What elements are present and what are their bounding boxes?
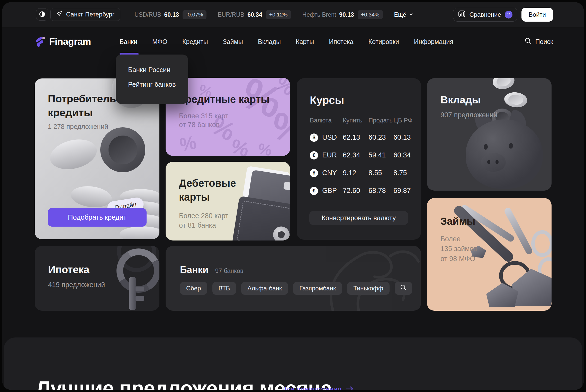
nav-item-zaimy[interactable]: Займы <box>223 38 243 46</box>
finagram-logo-icon <box>35 35 46 48</box>
nav-item-karty[interactable]: Карты <box>296 38 314 46</box>
location-button[interactable]: Санкт-Петербург <box>50 8 120 21</box>
nav-item-ipoteka[interactable]: Ипотека <box>329 38 353 46</box>
contrast-icon <box>39 11 46 18</box>
card-subtitle: 1 278 предложений <box>48 123 108 131</box>
navigation-arrow-icon <box>56 11 62 18</box>
more-tickers-button[interactable]: Ещё <box>394 11 413 18</box>
app-surface: Санкт-Петербург USD/RUB 60.13 -0.07% EUR… <box>2 2 584 390</box>
card-title: Займы <box>440 216 475 227</box>
banks-title: Банки <box>180 264 209 275</box>
usd-currency-icon: $ <box>310 133 318 142</box>
main-nav: Finagram Банки МФО Кредиты Займы Вклады … <box>2 27 584 56</box>
loans-card[interactable]: Займы Более 135 займов от 98 МФО <box>427 198 552 311</box>
rates-table-header: Валюта Купить Продать ЦБ РФ <box>310 117 413 124</box>
brand-logo[interactable]: Finagram <box>35 27 91 56</box>
dropdown-item-reiting-bankov[interactable]: Рейтинг банков <box>128 81 188 88</box>
top-right-actions: Сравнение 2 Войти <box>453 8 553 22</box>
card-title: Вклады <box>440 94 481 106</box>
convert-currency-button[interactable]: Конвертировать валюту <box>309 211 408 225</box>
compare-button[interactable]: Сравнение 2 <box>453 8 517 22</box>
bank-chip-tinkoff[interactable]: Тинькофф <box>347 282 389 295</box>
col-cbrf: ЦБ РФ <box>393 117 413 124</box>
all-offers-link[interactable]: Все предложения <box>282 385 353 390</box>
card-subtitle-line1: Более 315 карт <box>179 112 228 120</box>
card-subtitle: Более 135 займов от 98 МФО <box>440 234 477 264</box>
card-title: Дебетовые карты <box>179 176 236 204</box>
debit-cards-card[interactable]: Дебетовые карты Более 280 карт от 81 бан… <box>166 162 290 240</box>
card-subtitle: Более 280 карт от 81 банка <box>179 211 228 230</box>
card-subtitle: 907 предложений <box>440 111 497 119</box>
card-subtitle: 419 предложений <box>48 281 105 289</box>
col-buy: Купить <box>343 117 368 124</box>
arrow-right-icon <box>346 385 353 390</box>
mortgage-card[interactable]: Ипотека 419 предложений <box>35 246 159 311</box>
nav-item-mfo[interactable]: МФО <box>152 38 167 46</box>
key-illustration <box>112 246 158 311</box>
col-currency: Валюта <box>310 117 343 124</box>
rates-row-usd: $USD 62.13 60.23 60.13 <box>310 129 413 146</box>
bank-chip-gazprombank[interactable]: Газпромбанк <box>293 282 342 295</box>
bank-chip-vtb[interactable]: ВТБ <box>212 282 236 295</box>
bank-chips: Сбер ВТБ Альфа-банк Газпромбанк Тинькофф <box>180 282 412 295</box>
banks-dropdown-menu: Банки России Рейтинг банков <box>116 55 188 104</box>
crest-watermark <box>226 246 421 311</box>
login-button[interactable]: Войти <box>521 8 553 22</box>
brand-name: Finagram <box>49 36 91 47</box>
chevron-down-icon <box>409 11 413 18</box>
nav-item-kotirovki[interactable]: Котировки <box>368 38 399 46</box>
page: Санкт-Петербург USD/RUB 60.13 -0.07% EUR… <box>0 0 586 392</box>
best-offers-section: Лучшие предложения месяца Все предложени… <box>4 337 582 390</box>
nav-search-button[interactable]: Поиск <box>525 27 553 56</box>
ticker-change-badge: +0.34% <box>358 10 383 19</box>
card-title: Ипотека <box>48 264 89 275</box>
nav-menu: Банки МФО Кредиты Займы Вклады Карты Ипо… <box>120 27 453 56</box>
banks-card: Банки 97 банков Сбер ВТБ Альфа-банк Газп… <box>166 246 421 311</box>
rates-table: $USD 62.13 60.23 60.13 €EUR 62.34 59.41 … <box>310 129 413 200</box>
rates-row-gbp: £GBP 72.60 68.78 69.87 <box>310 182 413 200</box>
col-sell: Продать <box>368 117 393 124</box>
compare-count-badge: 2 <box>505 11 512 19</box>
ticker-change-badge: -0.07% <box>183 10 206 19</box>
banks-count: 97 банков <box>215 267 244 274</box>
search-icon <box>400 284 407 292</box>
search-icon <box>525 37 532 46</box>
market-tickers: USD/RUB 60.13 -0.07% EUR/RUB 60.34 +0.12… <box>134 8 413 21</box>
nav-item-kredity[interactable]: Кредиты <box>182 38 208 46</box>
card-subtitle-line2: от 78 банков <box>179 121 220 129</box>
theme-toggle-button[interactable] <box>36 8 48 21</box>
ticker-change-badge: +0.12% <box>266 10 291 19</box>
nav-item-banki[interactable]: Банки <box>120 38 137 46</box>
bar-chart-icon <box>458 10 466 19</box>
select-credit-button[interactable]: Подобрать кредит <box>48 208 147 227</box>
bank-chip-alfa[interactable]: Альфа-банк <box>241 282 288 295</box>
nav-item-vklady[interactable]: Вклады <box>258 38 281 46</box>
bank-search-button[interactable] <box>395 282 412 295</box>
nav-item-informaciya[interactable]: Информация <box>414 38 453 46</box>
rates-row-eur: €EUR 62.34 59.41 60.34 <box>310 146 413 164</box>
ticker-eur-rub: EUR/RUB 60.34 +0.12% <box>218 10 291 19</box>
eur-currency-icon: € <box>310 151 318 159</box>
card-title: Кредитные карты <box>179 94 269 105</box>
ticker-brent: Нефть Brent 90.13 +0.34% <box>302 10 383 19</box>
gbp-currency-icon: £ <box>310 187 318 195</box>
rates-card: Курсы Валюта Купить Продать ЦБ РФ $USD 6… <box>297 78 421 240</box>
rates-row-cny: ¥CNY 9.12 8.55 8.75 <box>310 164 413 182</box>
bank-chip-sber[interactable]: Сбер <box>180 282 207 295</box>
ticker-usd-rub: USD/RUB 60.13 -0.07% <box>134 10 206 19</box>
deposits-card[interactable]: Вклады 907 предложений <box>427 78 552 191</box>
dropdown-item-banki-rossii[interactable]: Банки России <box>128 66 188 74</box>
nav-search-label: Поиск <box>535 38 553 46</box>
location-label: Санкт-Петербург <box>66 11 114 18</box>
top-bar: Санкт-Петербург USD/RUB 60.13 -0.07% EUR… <box>2 2 584 27</box>
rates-title: Курсы <box>310 94 344 106</box>
cny-currency-icon: ¥ <box>310 169 318 177</box>
